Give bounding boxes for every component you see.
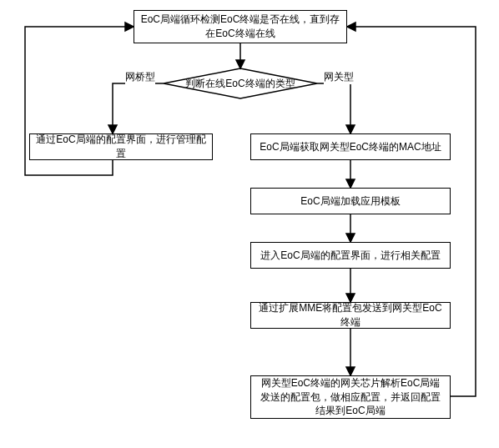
node-bridge: 通过EoC局端的配置界面，进行管理配置	[29, 133, 213, 160]
node-gw4: 通过扩展MME将配置包发送到网关型EoC终端	[250, 302, 451, 329]
svg-marker-6	[346, 179, 355, 188]
node-gw1: EoC局端获取网关型EoC终端的MAC地址	[250, 133, 451, 160]
svg-marker-8	[346, 234, 355, 242]
node-decision-text: 判断在线EoC终端的类型	[185, 78, 295, 89]
label-gateway-branch: 网关型	[324, 70, 354, 84]
node-gw5-text: 网关型EoC终端的网关芯片解析EoC局端发送的配置包，做相应配置，并返回配置结果…	[256, 376, 445, 418]
flowchart-canvas: EoC局端循环检测EoC终端是否在线，直到存在EoC终端在线 判断在线EoC终端…	[0, 0, 499, 448]
node-gw2-text: EoC局端加载应用模板	[300, 194, 400, 209]
node-gw1-text: EoC局端获取网关型EoC终端的MAC地址	[260, 140, 441, 154]
svg-marker-12	[346, 367, 355, 375]
svg-marker-1	[236, 60, 244, 68]
label-bridge-branch: 网桥型	[125, 70, 155, 84]
node-start-text: EoC局端循环检测EoC终端是否在线，直到存在EoC终端在线	[139, 13, 341, 41]
svg-marker-14	[347, 23, 355, 31]
node-bridge-text: 通过EoC局端的配置界面，进行管理配置	[35, 133, 207, 161]
node-gw4-text: 通过扩展MME将配置包发送到网关型EoC终端	[256, 301, 445, 330]
node-start: EoC局端循环检测EoC终端是否在线，直到存在EoC终端在线	[134, 10, 347, 43]
svg-marker-13	[125, 23, 134, 31]
node-gw3: 进入EoC局端的配置界面，进行相关配置	[250, 242, 451, 269]
node-decision: 判断在线EoC终端的类型	[164, 68, 317, 98]
node-gw3-text: 进入EoC局端的配置界面，进行相关配置	[260, 249, 440, 263]
node-gw2: EoC局端加载应用模板	[250, 188, 451, 214]
svg-marker-4	[346, 125, 355, 133]
node-gw5: 网关型EoC终端的网关芯片解析EoC局端发送的配置包，做相应配置，并返回配置结果…	[250, 375, 451, 419]
